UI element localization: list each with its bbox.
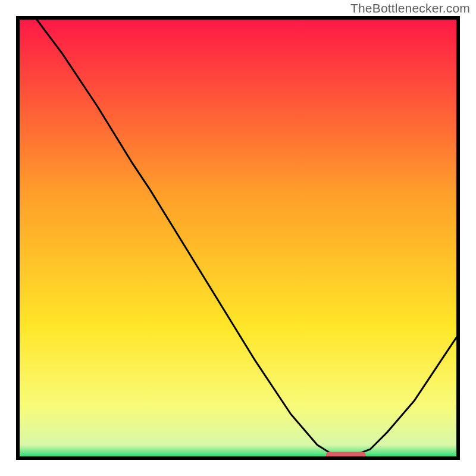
chart-svg [0, 0, 476, 476]
gradient-background [18, 18, 458, 458]
watermark-text: TheBottlenecker.com [350, 1, 470, 15]
bottleneck-chart: TheBottlenecker.com [0, 0, 476, 476]
